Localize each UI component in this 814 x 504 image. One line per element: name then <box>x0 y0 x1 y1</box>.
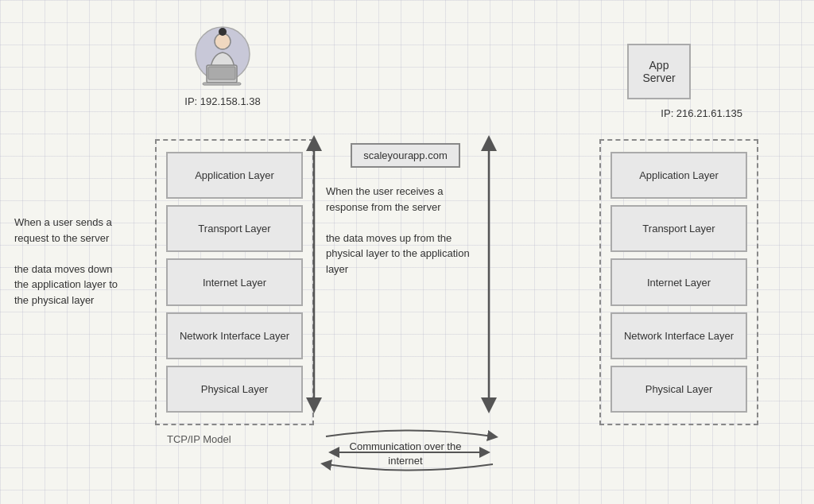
user-icon <box>191 24 254 87</box>
app-server-box: AppServer <box>627 44 691 99</box>
server-stack: Application Layer Transport Layer Intern… <box>599 139 758 425</box>
app-server-label: AppServer <box>642 59 675 84</box>
domain-box: scaleyourapp.com <box>351 143 460 168</box>
user-figure: IP: 192.158.1.38 <box>183 24 262 107</box>
left-desc-1: When a user sends a request to the serve… <box>14 215 126 246</box>
server-internet-layer: Internet Layer <box>610 258 747 305</box>
server-transport-layer: Transport Layer <box>610 205 747 252</box>
middle-content: scaleyourapp.com When the user receives … <box>318 139 493 277</box>
client-application-layer: Application Layer <box>166 152 303 199</box>
svg-rect-4 <box>208 67 235 79</box>
client-transport-layer: Transport Layer <box>166 205 303 252</box>
left-description: When a user sends a request to the serve… <box>14 215 126 308</box>
comm-label: Communication over the internet <box>334 440 477 468</box>
middle-text-1: When the user receives a response from t… <box>326 184 485 215</box>
middle-text-2: the data moves up from the physical laye… <box>326 231 485 277</box>
diagram-container: When a user sends a request to the serve… <box>0 0 814 504</box>
tcp-model-label: TCP/IP Model <box>167 433 231 445</box>
client-network-interface-layer: Network Interface Layer <box>166 312 303 359</box>
server-physical-layer: Physical Layer <box>610 366 747 413</box>
client-internet-layer: Internet Layer <box>166 258 303 305</box>
user-ip-label: IP: 192.158.1.38 <box>183 95 262 107</box>
svg-rect-5 <box>203 83 241 85</box>
server-network-interface-layer: Network Interface Layer <box>610 312 747 359</box>
svg-point-2 <box>219 28 227 36</box>
client-stack: Application Layer Transport Layer Intern… <box>155 139 314 425</box>
left-desc-2: the data moves down the application laye… <box>14 262 126 308</box>
server-application-layer: Application Layer <box>610 152 747 199</box>
middle-description: When the user receives a response from t… <box>318 184 493 277</box>
client-physical-layer: Physical Layer <box>166 366 303 413</box>
server-ip-label: IP: 216.21.61.135 <box>661 107 742 119</box>
